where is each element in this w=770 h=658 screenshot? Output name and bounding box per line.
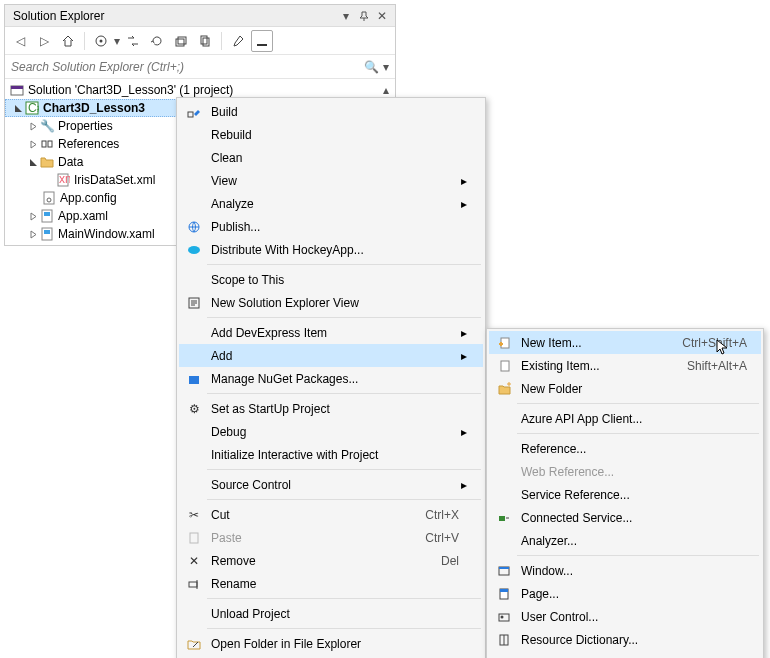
- add-devexpress-item[interactable]: Add DevExpress Item▸: [179, 321, 483, 344]
- references-icon: [39, 136, 55, 152]
- menu-separator: [207, 469, 481, 470]
- open-folder-item[interactable]: Open Folder in File Explorer: [179, 632, 483, 655]
- svg-rect-11: [42, 141, 46, 147]
- new-folder-item[interactable]: New Folder: [489, 377, 761, 400]
- publish-item[interactable]: Publish...: [179, 215, 483, 238]
- preview-button[interactable]: [251, 30, 273, 52]
- rebuild-item[interactable]: Rebuild: [179, 123, 483, 146]
- hockeyapp-icon: [183, 241, 205, 259]
- submenu-arrow-icon: ▸: [459, 197, 469, 211]
- menu-separator: [517, 403, 759, 404]
- expand-icon[interactable]: [27, 158, 39, 167]
- svg-rect-34: [500, 589, 508, 592]
- project-context-menu: Build Rebuild Clean View▸ Analyze▸ Publi…: [176, 97, 486, 658]
- forward-button[interactable]: ▷: [33, 30, 55, 52]
- window-item[interactable]: Window...: [489, 559, 761, 582]
- back-button[interactable]: ◁: [9, 30, 31, 52]
- source-control-item[interactable]: Source Control▸: [179, 473, 483, 496]
- collapse-all-button[interactable]: [170, 30, 192, 52]
- paste-icon: [183, 529, 205, 547]
- svg-point-36: [501, 615, 504, 618]
- distribute-item[interactable]: Distribute With HockeyApp...: [179, 238, 483, 261]
- existing-item-icon: [493, 357, 515, 375]
- svg-rect-12: [48, 141, 52, 147]
- menu-separator: [207, 317, 481, 318]
- debug-item[interactable]: Debug▸: [179, 420, 483, 443]
- service-reference-item[interactable]: Service Reference...: [489, 483, 761, 506]
- new-item-icon: [493, 334, 515, 352]
- new-view-icon: [183, 294, 205, 312]
- build-item[interactable]: Build: [179, 100, 483, 123]
- dropdown-arrow-icon[interactable]: ▾: [114, 34, 120, 48]
- home-button[interactable]: [57, 30, 79, 52]
- toolbar: ◁ ▷ ▾: [5, 27, 395, 55]
- svg-rect-5: [203, 38, 209, 46]
- connected-service-item[interactable]: Connected Service...: [489, 506, 761, 529]
- sync-button[interactable]: [90, 30, 112, 52]
- submenu-arrow-icon: ▸: [459, 174, 469, 188]
- cut-item[interactable]: ✂CutCtrl+X: [179, 503, 483, 526]
- menu-separator: [517, 555, 759, 556]
- expand-icon[interactable]: [12, 104, 24, 113]
- close-button[interactable]: ✕: [373, 8, 391, 24]
- window-position-button[interactable]: ▾: [337, 8, 355, 24]
- scroll-up-icon[interactable]: ▴: [383, 83, 389, 97]
- new-item-item[interactable]: New Item...Ctrl+Shift+A: [489, 331, 761, 354]
- svg-rect-4: [201, 36, 207, 44]
- class-item[interactable]: Class...: [489, 651, 761, 658]
- expand-icon[interactable]: [27, 230, 39, 239]
- analyzer-item[interactable]: Analyzer...: [489, 529, 761, 552]
- svg-rect-3: [178, 37, 186, 44]
- expand-icon[interactable]: [27, 140, 39, 149]
- window-icon: [493, 562, 515, 580]
- search-icon[interactable]: 🔍: [364, 60, 379, 74]
- user-control-icon: [493, 608, 515, 626]
- menu-separator: [207, 628, 481, 629]
- init-interactive-item[interactable]: Initialize Interactive with Project: [179, 443, 483, 466]
- refresh-button[interactable]: [146, 30, 168, 52]
- svg-rect-29: [501, 361, 509, 371]
- svg-rect-20: [44, 230, 50, 234]
- expand-icon[interactable]: [27, 122, 39, 131]
- new-view-item[interactable]: New Solution Explorer View: [179, 291, 483, 314]
- existing-item-item[interactable]: Existing Item...Shift+Alt+A: [489, 354, 761, 377]
- search-input[interactable]: [11, 60, 364, 74]
- pending-changes-button[interactable]: [122, 30, 144, 52]
- rename-item[interactable]: Rename: [179, 572, 483, 595]
- toolbar-divider: [84, 32, 85, 50]
- clean-item[interactable]: Clean: [179, 146, 483, 169]
- analyze-item[interactable]: Analyze▸: [179, 192, 483, 215]
- new-folder-icon: [493, 380, 515, 398]
- wrench-icon: 🔧: [39, 118, 55, 134]
- view-item[interactable]: View▸: [179, 169, 483, 192]
- menu-separator: [207, 598, 481, 599]
- properties-button[interactable]: [227, 30, 249, 52]
- resource-dictionary-item[interactable]: Resource Dictionary...: [489, 628, 761, 651]
- page-item[interactable]: Page...: [489, 582, 761, 605]
- reference-item[interactable]: Reference...: [489, 437, 761, 460]
- submenu-arrow-icon: ▸: [459, 425, 469, 439]
- globe-icon: [183, 218, 205, 236]
- search-dropdown-icon[interactable]: ▾: [383, 60, 389, 74]
- pin-button[interactable]: [355, 8, 373, 24]
- menu-separator: [517, 433, 759, 434]
- show-all-files-button[interactable]: [194, 30, 216, 52]
- add-item[interactable]: Add▸: [179, 344, 483, 367]
- expand-icon[interactable]: [27, 212, 39, 221]
- startup-item[interactable]: ⚙Set as StartUp Project: [179, 397, 483, 420]
- page-icon: [493, 585, 515, 603]
- submenu-arrow-icon: ▸: [459, 326, 469, 340]
- svg-rect-30: [499, 516, 505, 521]
- remove-item[interactable]: ✕RemoveDel: [179, 549, 483, 572]
- build-icon: [183, 103, 205, 121]
- scope-item[interactable]: Scope to This: [179, 268, 483, 291]
- svg-rect-27: [189, 582, 197, 587]
- unload-item[interactable]: Unload Project: [179, 602, 483, 625]
- user-control-item[interactable]: User Control...: [489, 605, 761, 628]
- nuget-item[interactable]: Manage NuGet Packages...: [179, 367, 483, 390]
- menu-separator: [207, 264, 481, 265]
- azure-item[interactable]: Azure API App Client...: [489, 407, 761, 430]
- titlebar: Solution Explorer ▾ ✕: [5, 5, 395, 27]
- submenu-arrow-icon: ▸: [459, 349, 469, 363]
- csharp-project-icon: C#: [24, 100, 40, 116]
